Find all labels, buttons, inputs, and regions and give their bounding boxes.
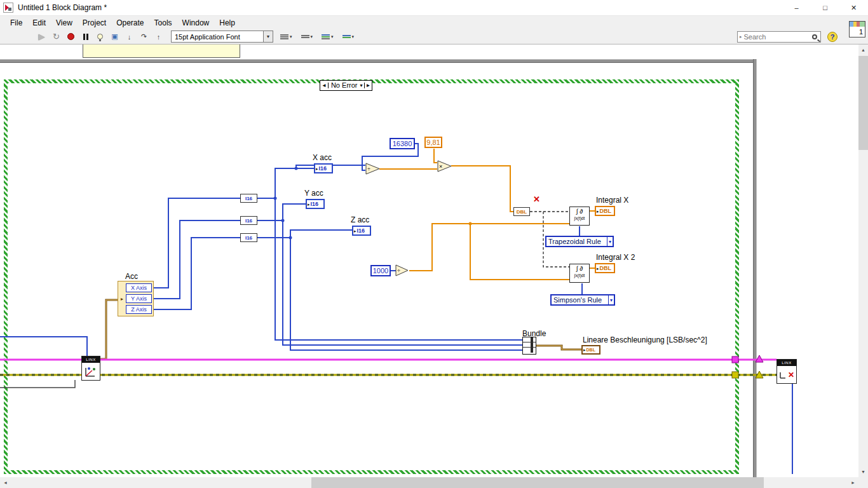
search-input[interactable] <box>744 33 811 41</box>
wire-linx-to-acc-cluster[interactable] <box>100 300 118 359</box>
linx-close-node[interactable]: LINX ✕ <box>776 359 797 384</box>
wire-branch-to-integral2[interactable] <box>470 224 569 280</box>
multiply-function[interactable]: × <box>437 160 452 172</box>
distribute-objects-button[interactable]: ▾ <box>299 32 315 41</box>
constant-16380[interactable]: 16380 <box>390 138 415 149</box>
integral-method-enum-1[interactable]: Trapezoidal Rule ▾ <box>545 236 614 247</box>
case-selector-label[interactable]: No Error <box>329 81 360 90</box>
case-selector[interactable]: ◄ No Error ▾ ► <box>320 80 372 91</box>
wire-conv2-to-yacc[interactable] <box>257 204 306 220</box>
bundle-input-row[interactable] <box>523 337 536 342</box>
horizontal-scroll-thumb[interactable] <box>311 477 764 488</box>
highlight-execution-button[interactable] <box>93 30 107 43</box>
enum-dropdown-icon[interactable]: ▾ <box>607 237 613 246</box>
wire-cluster-x-to-conv[interactable] <box>154 198 240 288</box>
cluster-item-z-axis[interactable]: Z Axis <box>126 305 152 314</box>
retain-wire-values-button[interactable]: ▣ <box>108 30 121 43</box>
linx-open-node[interactable]: LINX <box>81 356 100 381</box>
divide-function-1[interactable]: ÷ <box>365 163 380 175</box>
output-cluster-indicator[interactable]: ▸ DBL <box>581 345 600 355</box>
font-selector[interactable]: 15pt Application Font <box>171 30 264 43</box>
divide-icon: ÷ <box>397 268 400 274</box>
wire-conv2-to-bundle[interactable] <box>283 220 522 345</box>
menu-window[interactable]: Window <box>177 17 215 29</box>
acc-cluster[interactable]: ▸ X Axis Y Axis Z Axis <box>118 281 154 316</box>
step-over-button[interactable]: ↷ <box>137 30 151 43</box>
integral-x2-indicator[interactable]: ▸ DBL <box>595 263 615 273</box>
font-selector-dropdown[interactable]: ▼ <box>264 30 273 43</box>
cluster-item-y-axis[interactable]: Y Axis <box>126 294 152 303</box>
reorder-button[interactable]: ▾ <box>341 32 356 41</box>
run-button[interactable]: ▶ <box>35 30 48 43</box>
wire-left-edge-dark[interactable] <box>0 380 75 388</box>
case-tunnel-linx[interactable] <box>732 356 738 363</box>
scroll-up-button[interactable]: ▲ <box>858 44 868 55</box>
integral-vi-2[interactable]: ∫ ∂ ∫x(t)dt <box>569 264 590 283</box>
menu-tools[interactable]: Tools <box>149 17 177 29</box>
case-next-icon[interactable]: ► <box>364 83 372 88</box>
resize-objects-button[interactable]: ▾ <box>320 32 336 41</box>
wire-bundle-to-output[interactable] <box>536 346 581 349</box>
abort-button[interactable] <box>64 30 78 43</box>
vertical-scrollbar[interactable]: ▲ ▼ <box>858 44 868 477</box>
align-objects-icon <box>280 33 288 40</box>
distribute-dropdown-icon: ▾ <box>311 34 313 39</box>
maximize-button[interactable]: □ <box>811 0 839 16</box>
wire-conv3-to-bundle[interactable] <box>290 238 522 350</box>
integral-method-enum-2[interactable]: Simpson's Rule ▾ <box>550 294 615 306</box>
menu-project[interactable]: Project <box>78 17 111 29</box>
divide-function-2[interactable]: ÷ <box>395 264 409 276</box>
bundle-input-row[interactable] <box>523 342 536 348</box>
wire-left-edge-to-linx[interactable] <box>0 337 87 356</box>
constant-1000[interactable]: 1000 <box>370 265 391 276</box>
bundle-input-row[interactable] <box>523 348 536 353</box>
wire-cluster-y-to-conv[interactable] <box>154 220 240 299</box>
run-continuous-button[interactable]: ↻ <box>50 30 63 43</box>
case-prev-icon[interactable]: ◄ <box>320 83 329 88</box>
step-out-button[interactable]: ↑ <box>152 30 165 43</box>
step-into-button[interactable]: ↓ <box>123 30 136 43</box>
to-i16-conversion-1[interactable]: I16 <box>240 194 257 203</box>
wire-multiply-to-dblconv[interactable] <box>451 166 513 212</box>
search-icon[interactable] <box>812 34 817 39</box>
minimize-button[interactable]: – <box>782 0 811 16</box>
wire-divide2-to-integral1[interactable] <box>409 224 569 271</box>
menu-help[interactable]: Help <box>214 17 240 29</box>
pause-button[interactable] <box>79 30 92 43</box>
to-i16-conversion-2[interactable]: I16 <box>240 216 257 225</box>
menu-file[interactable]: File <box>5 17 27 29</box>
to-i16-conversion-3[interactable]: I16 <box>240 233 257 242</box>
scroll-down-button[interactable]: ▼ <box>858 466 868 477</box>
x-acc-terminal[interactable]: ▸ I16 <box>314 163 333 173</box>
vi-icon-banner <box>850 22 865 27</box>
close-button[interactable]: ✕ <box>839 0 868 16</box>
block-diagram-canvas[interactable]: ◄ No Error ▾ ► 16380 9,81 1000 X acc ▸ I… <box>0 44 858 477</box>
integral-vi-1[interactable]: ∫ ∂ ∫x(t)dt <box>569 207 590 226</box>
cluster-arrow-glyph: ▸ <box>121 296 123 302</box>
scrollbar-corner <box>858 477 868 488</box>
to-dbl-conversion[interactable]: DBL <box>513 207 530 216</box>
menu-view[interactable]: View <box>51 17 78 29</box>
case-tunnel-error[interactable] <box>732 372 738 378</box>
horizontal-scrollbar[interactable]: ◄ ► <box>0 477 868 488</box>
cluster-item-x-axis[interactable]: X Axis <box>126 283 152 292</box>
z-acc-terminal[interactable]: ▸ I16 <box>352 226 371 236</box>
menu-edit[interactable]: Edit <box>27 17 51 29</box>
vertical-scroll-thumb[interactable] <box>858 56 868 150</box>
enum-dropdown-icon[interactable]: ▾ <box>608 295 614 304</box>
scroll-left-button[interactable]: ◄ <box>0 477 11 488</box>
menu-operate[interactable]: Operate <box>111 17 149 29</box>
scroll-right-button[interactable]: ► <box>848 477 858 488</box>
broken-wire-x-icon[interactable]: ✕ <box>533 194 540 204</box>
context-help-button[interactable]: ? <box>827 32 837 42</box>
bundle-node[interactable] <box>522 337 536 355</box>
integral-x-indicator[interactable]: ▸ DBL <box>595 206 615 216</box>
align-objects-button[interactable]: ▾ <box>278 32 294 41</box>
vi-icon[interactable]: 1 <box>849 21 865 37</box>
indicator-arrow-icon: ▸ <box>308 202 310 207</box>
y-acc-terminal[interactable]: ▸ I16 <box>306 199 325 209</box>
constant-9-81[interactable]: 9,81 <box>424 137 442 148</box>
search-box[interactable]: ▸ <box>737 31 821 43</box>
wire-conv3-to-zacc[interactable] <box>257 230 352 238</box>
search-options-arrow[interactable]: ▸ <box>738 34 744 39</box>
